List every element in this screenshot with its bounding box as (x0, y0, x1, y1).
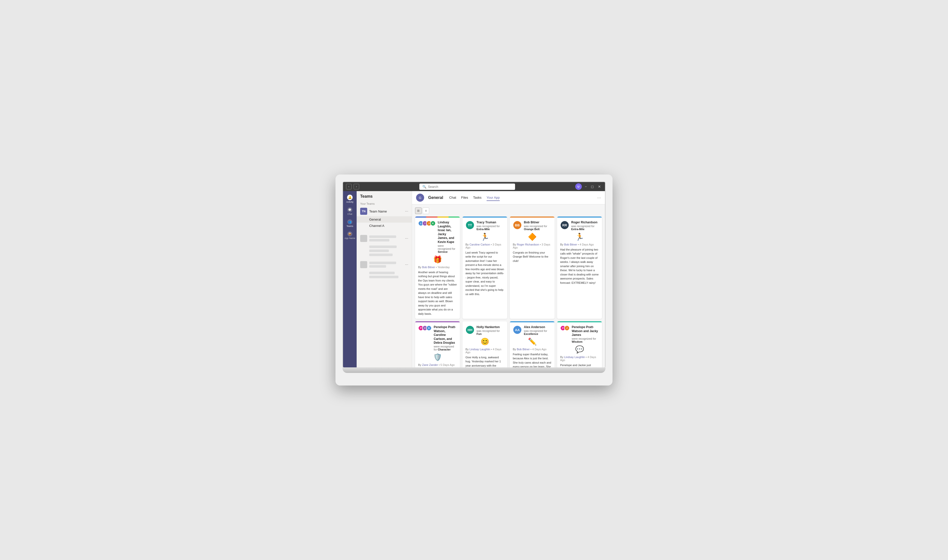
team-name: Team Name (369, 209, 403, 213)
title-bar: ‹ › 🔍 U − ◻ ✕ (343, 182, 605, 191)
avatar-2: D (426, 325, 432, 331)
card-name: Penelope Pratt-Watson, Caroline Carlson,… (434, 325, 457, 345)
card-time: • 4 Days Ago (578, 243, 594, 246)
team-more-btn-3[interactable]: ··· (405, 262, 408, 267)
sidebar-item-teams-label: Teams (346, 225, 353, 228)
card-time: • 5 Days Ago (439, 363, 455, 366)
card-author[interactable]: Roger Richardson (517, 243, 539, 246)
title-bar-controls: U − ◻ ✕ (575, 183, 602, 190)
badge-type: Extra-Mile (571, 228, 585, 231)
card-author[interactable]: Bob Bitner (564, 243, 577, 246)
card-time: • Yesterday (436, 266, 449, 269)
card-author[interactable]: Lindsay Laughlin (564, 355, 585, 358)
card-info: Penelope Pratt-Watson and Jacky James we… (572, 325, 599, 343)
card-recognized-text: were recognized for Character (434, 345, 457, 351)
title-bar-nav: ‹ › (346, 184, 359, 189)
sidebar-item-chat[interactable]: 💬 Chat (343, 206, 357, 217)
tab-yourapp[interactable]: Your App (486, 195, 500, 201)
card-message: Another week of hearing nothing but grea… (418, 270, 457, 316)
card-message: Give Holly a long, awkward hug. Yesterda… (465, 355, 504, 368)
card-card3: BB Bob Bitner was recognized for Orange … (510, 217, 555, 319)
card-body: TT Tracy Truman was recognized for Extra… (462, 218, 507, 299)
card-message: Feeling super thankful today, because Al… (513, 352, 552, 368)
card-recognized-text: was recognized for Fun (477, 329, 504, 335)
team-more-btn-2[interactable]: ··· (405, 236, 408, 241)
search-icon: 🔍 (422, 185, 426, 189)
avatar-0: RR (560, 221, 569, 230)
team-item-skeleton-2[interactable]: ··· (357, 259, 412, 270)
app-icon: 📦 (347, 231, 352, 237)
search-input[interactable] (428, 185, 512, 189)
sidebar-item-appname[interactable]: 📦 App Name (343, 230, 357, 241)
main-content: G General Chat Files Tasks Your App ··· (412, 191, 605, 368)
card-author[interactable]: Lindsay Laughlin (469, 348, 490, 351)
badge-type: Fun (477, 332, 482, 335)
card-by-line: By Caroline Carlson • 3 Days Ago (465, 243, 504, 249)
card-author[interactable]: Zane Zander (422, 363, 438, 366)
forward-button[interactable]: › (354, 184, 359, 189)
avatar-0: BB (513, 221, 522, 230)
channel-name: General (428, 195, 443, 200)
card-author[interactable]: Bob Bitner (517, 348, 529, 351)
card-by-line: By Lindsay Laughlin • 4 Days Ago (465, 348, 504, 354)
card-card5: PCD Penelope Pratt-Watson, Caroline Carl… (415, 321, 460, 368)
close-button[interactable]: ✕ (597, 185, 602, 189)
channel-item-a[interactable]: Channel A (357, 223, 412, 229)
card-recognized-text: was recognized for Extra-Mile (571, 225, 599, 231)
card-recognized-text: were recognized for Wisdom (572, 337, 599, 343)
sidebar-item-activity-label: Activity (346, 201, 354, 203)
card-info: Lindsay Laughlin, Issac Ian, Jacky James… (438, 221, 457, 253)
card-header-row: BB Bob Bitner was recognized for Orange … (513, 221, 552, 231)
avatar-3: K (430, 221, 436, 226)
card-badge-icon: 🛡️ (418, 353, 457, 362)
grid-view-button[interactable]: ⊞ (415, 208, 422, 214)
card-author[interactable]: Caroline Carlson (469, 243, 490, 246)
avatar-1: J (564, 325, 570, 331)
card-info: Roger Richardson was recognized for Extr… (571, 221, 599, 231)
card-author[interactable]: Bob Bitner (422, 266, 435, 269)
sidebar-item-teams[interactable]: 👥 Teams (343, 218, 357, 229)
card-badge-icon: 💬 (560, 345, 599, 354)
avatar-0: TT (465, 221, 474, 230)
back-button[interactable]: ‹ (346, 184, 352, 189)
teams-panel-title: Teams (357, 194, 412, 201)
card-card4: RR Roger Richardson was recognized for E… (557, 217, 602, 319)
card-badge-icon: 🔶 (513, 233, 552, 241)
card-avatars: PJ (560, 325, 570, 331)
card-badge-icon: 😊 (465, 337, 504, 346)
card-header-row: AA Alex Anderson was recognized for Exce… (513, 325, 552, 335)
maximize-button[interactable]: ◻ (590, 185, 595, 189)
tab-chat[interactable]: Chat (449, 195, 456, 201)
minimize-button[interactable]: − (584, 185, 588, 189)
team-item[interactable]: TN Team Name ··· (357, 206, 412, 216)
card-info: Alex Anderson was recognized for Excelle… (524, 325, 552, 335)
list-view-button[interactable]: ≡ (423, 208, 429, 214)
card-avatars: LIJK (418, 221, 436, 226)
tab-tasks[interactable]: Tasks (473, 195, 482, 201)
card-recognized-text: was recognized for Orange Belt (524, 225, 552, 231)
search-bar: 🔍 (419, 183, 515, 190)
card-badge-icon: 🏃 (465, 233, 504, 241)
activity-icon: 🔔 (347, 195, 352, 200)
team-item-skeleton-1[interactable]: ··· (357, 233, 412, 244)
card-by-line: By Bob Bitner • 4 Days Ago (513, 348, 552, 351)
card-time: • 4 Days Ago (530, 348, 546, 351)
badge-type: Wisdom (572, 340, 583, 343)
view-toggle: ⊞ ≡ (415, 208, 602, 214)
user-avatar[interactable]: U (575, 183, 582, 190)
channel-icon: G (416, 194, 424, 202)
channel-item-general[interactable]: General (357, 216, 412, 223)
card-name: Penelope Pratt-Watson and Jacky James (572, 325, 599, 337)
card-card7: AA Alex Anderson was recognized for Exce… (510, 321, 555, 368)
team-more-button[interactable]: ··· (405, 209, 408, 214)
card-header-row: TT Tracy Truman was recognized for Extra… (465, 221, 504, 231)
card-card2: TT Tracy Truman was recognized for Extra… (462, 217, 507, 319)
tab-files[interactable]: Files (461, 195, 468, 201)
team-avatar: TN (360, 208, 367, 215)
sidebar-item-activity[interactable]: 🔔 Activity (343, 193, 357, 205)
card-badge-icon: 🎁 (418, 255, 457, 264)
sidebar-item-app-label: App Name (345, 237, 356, 240)
card-body: LIJK Lindsay Laughlin, Issac Ian, Jacky … (415, 218, 460, 319)
card-recognized-text: were recognized for Service (438, 244, 457, 253)
header-more-button[interactable]: ··· (597, 195, 601, 200)
